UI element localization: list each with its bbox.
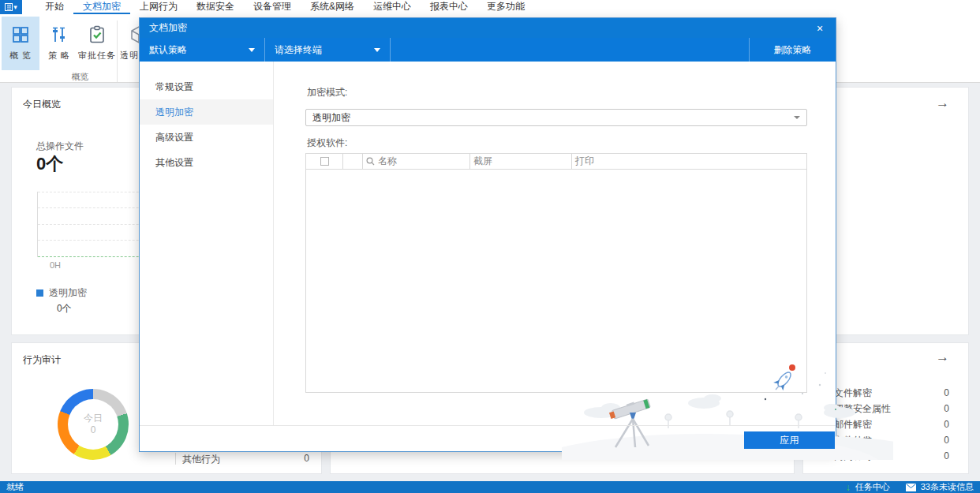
authorized-software-label: 授权软件:	[307, 136, 347, 150]
close-icon[interactable]: ×	[814, 23, 826, 34]
ribbon-group-label: 概览	[43, 71, 117, 83]
arrow-right-icon[interactable]: →	[936, 95, 949, 111]
status-ready-text: 就绪	[6, 481, 24, 493]
dialog-footer-divider	[140, 425, 836, 426]
table-header-row: 名称 截屏 打印	[306, 154, 806, 170]
sidebar-item-other-settings[interactable]: 其他设置	[140, 150, 273, 175]
dialog-toolbar: 默认策略 请选择终端 删除策略	[140, 38, 836, 62]
legend-row-label: 其他行为	[182, 453, 220, 466]
legend-row-other-behavior: 其他行为 0	[182, 453, 309, 466]
menu-item-report-center[interactable]: 报表中心	[421, 0, 477, 14]
menu-bar: ▾ 开始 文档加密 上网行为 数据安全 设备管理 系统&网络 运维中心 报表中心…	[0, 0, 980, 14]
terminal-dropdown[interactable]: 请选择终端	[265, 38, 390, 62]
stat-label: 总操作文件	[36, 140, 84, 153]
app-menu-button[interactable]: ▾	[0, 0, 22, 14]
status-bar: 就绪 ↓ 任务中心 33条未读信息	[0, 481, 980, 493]
table-header-name[interactable]: 名称	[363, 154, 470, 169]
menu-item-device-mgmt[interactable]: 设备管理	[244, 0, 301, 14]
table-header-print[interactable]: 打印	[572, 154, 806, 169]
grid-icon	[11, 25, 30, 44]
chevron-down-icon	[249, 48, 255, 52]
dialog-title-bar: 文档加密 ×	[140, 18, 836, 38]
app-logo-icon	[5, 3, 13, 11]
encryption-mode-label: 加密模式:	[307, 86, 347, 99]
stat-row-value: 0	[944, 403, 949, 414]
panel-title: 行为审计	[23, 353, 61, 367]
rocket	[771, 368, 795, 394]
ribbon-button-approval-tasks[interactable]: 审批任务	[77, 17, 117, 70]
table-header-screenshot[interactable]: 截屏	[470, 154, 572, 169]
menu-item-doc-encryption[interactable]: 文档加密	[73, 0, 130, 14]
table-header-checkbox-cell	[306, 154, 343, 169]
stat-row-value: 0	[944, 435, 949, 446]
apply-button[interactable]: 应用	[744, 431, 835, 449]
select-all-checkbox[interactable]	[320, 157, 329, 166]
stat-row-value: 0	[944, 387, 949, 398]
policy-dropdown-value: 默认策略	[149, 43, 187, 57]
task-center-link[interactable]: 任务中心	[855, 481, 890, 493]
policy-dropdown[interactable]: 默认策略	[140, 38, 264, 62]
sliders-icon	[50, 25, 69, 44]
behavior-donut-chart: 今日 0	[58, 389, 129, 460]
application-window: ▾ 开始 文档加密 上网行为 数据安全 设备管理 系统&网络 运维中心 报表中心…	[0, 0, 980, 493]
arrow-right-icon[interactable]: →	[936, 349, 949, 365]
download-arrow-icon: ↓	[846, 482, 851, 493]
table-header-label: 截屏	[473, 155, 492, 168]
encryption-mode-select[interactable]: 透明加密	[305, 109, 807, 126]
unread-messages-link[interactable]: 33条未读信息	[921, 481, 974, 493]
search-icon	[366, 157, 375, 166]
chevron-down-icon	[374, 48, 380, 52]
menu-item-web-behavior[interactable]: 上网行为	[130, 0, 187, 14]
mail-icon	[906, 484, 916, 491]
table-header-empty-cell	[343, 154, 363, 169]
menu-item-more[interactable]: 更多功能	[477, 0, 534, 14]
sidebar-item-transparent-encryption[interactable]: 透明加密	[140, 99, 273, 125]
donut-center-label: 今日 0	[58, 389, 129, 460]
donut-center-line2: 0	[91, 424, 96, 436]
sidebar-item-general-settings[interactable]: 常规设置	[140, 74, 273, 99]
legend-label: 透明加密	[49, 286, 87, 300]
ribbon-button-overview[interactable]: 概 览	[2, 17, 39, 70]
ribbon-button-label: 概 览	[9, 50, 32, 62]
ribbon-group-divider	[117, 21, 118, 82]
ribbon-button-label: 策 略	[48, 50, 70, 62]
clipboard-check-icon	[88, 25, 107, 44]
legend-square-icon	[36, 289, 43, 297]
legend-value: 0个	[57, 302, 72, 316]
chevron-down-icon	[794, 116, 800, 119]
encryption-mode-value: 透明加密	[312, 111, 350, 125]
terminal-dropdown-value: 请选择终端	[275, 43, 322, 57]
delete-policy-button[interactable]: 删除策略	[750, 38, 836, 62]
x-axis-label: 0H	[50, 260, 61, 270]
status-bar-right: ↓ 任务中心 33条未读信息	[846, 481, 974, 493]
menu-item-system-network[interactable]: 系统&网络	[301, 0, 364, 14]
table-header-label: 打印	[575, 155, 594, 168]
app-menu-caret-icon: ▾	[13, 3, 17, 11]
menu-item-start[interactable]: 开始	[36, 0, 73, 14]
stat-row-value: 0	[944, 419, 949, 430]
legend-row-value: 0	[304, 453, 309, 466]
empty-state-illustration	[562, 349, 893, 460]
menu-items: 开始 文档加密 上网行为 数据安全 设备管理 系统&网络 运维中心 报表中心 更…	[36, 0, 534, 14]
panel-title: 今日概览	[23, 98, 61, 111]
table-header-label: 名称	[378, 155, 397, 168]
donut-center-line1: 今日	[84, 413, 103, 424]
stat-value: 0个	[36, 152, 63, 176]
stat-row-value: 0	[944, 450, 949, 461]
authorized-software-table: 名称 截屏 打印	[305, 153, 807, 393]
menu-item-ops-center[interactable]: 运维中心	[364, 0, 421, 14]
ribbon-button-label: 审批任务	[78, 50, 116, 62]
sidebar-item-advanced-settings[interactable]: 高级设置	[140, 125, 273, 150]
dialog-sidebar: 常规设置 透明加密 高级设置 其他设置	[140, 62, 274, 425]
document-encryption-dialog: 文档加密 × 默认策略 请选择终端 删除策略 常规设置 透明加密 高级设置 其他…	[139, 17, 836, 452]
menu-item-data-security[interactable]: 数据安全	[187, 0, 244, 14]
ribbon-button-policy[interactable]: 策 略	[43, 17, 76, 70]
dialog-title: 文档加密	[149, 21, 187, 35]
legend-tick	[175, 453, 176, 465]
